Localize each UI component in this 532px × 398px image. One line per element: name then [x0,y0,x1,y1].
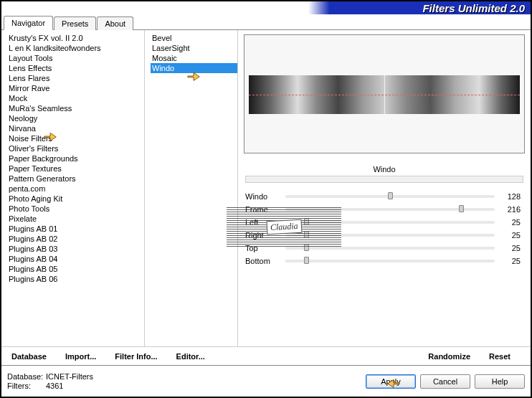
filter-column: BevelLaserSightMosaicWindo [145,30,238,346]
filter-item[interactable]: Bevel [151,33,237,43]
filters-label: Filters: [7,382,46,390]
param-label: Top [245,244,280,252]
parameter-panel: Windo128Frame216Left25Right25Top25Bottom… [244,190,525,267]
slider-thumb[interactable] [304,257,309,264]
category-item[interactable]: Plugins AB 02 [7,234,144,244]
param-slider[interactable] [285,208,495,211]
category-item[interactable]: Mirror Rave [7,83,144,93]
footer: Database:ICNET-Filters Filters:4361 Appl… [1,365,531,397]
titlebar: Filters Unlimited 2.0 [1,1,531,14]
category-item[interactable]: Paper Backgrounds [7,153,144,164]
category-item[interactable]: Plugins AB 04 [7,254,144,264]
category-item[interactable]: Photo Tools [7,204,144,214]
param-label: Frame [245,205,280,214]
progress-bar [245,176,523,183]
database-button[interactable]: Database [7,350,51,363]
param-row: Left25 [244,216,525,229]
import-button[interactable]: Import... [61,350,100,363]
slider-thumb[interactable] [459,205,464,212]
category-item[interactable]: Krusty's FX vol. II 2.0 [7,33,144,43]
filter-list[interactable]: BevelLaserSightMosaicWindo [145,30,237,346]
randomize-button[interactable]: Randomize [424,350,475,363]
tab-navigator[interactable]: Navigator [4,16,53,30]
param-value: 25 [500,257,521,265]
category-item[interactable]: Noise Filters [7,133,144,143]
category-item[interactable]: Plugins AB 05 [7,264,144,274]
filter-title-block: Windo [244,164,525,183]
plugin-window: Filters Unlimited 2.0 NavigatorPresetsAb… [0,0,532,398]
tab-about[interactable]: About [97,16,133,30]
category-list[interactable]: Krusty's FX vol. II 2.0L en K landksiteo… [1,30,144,346]
category-item[interactable]: Photo Aging Kit [7,194,144,204]
editor-button[interactable]: Editor... [172,350,209,363]
filters-value: 4361 [46,382,63,390]
slider-thumb[interactable] [304,244,309,251]
category-item[interactable]: Layout Tools [7,53,144,63]
category-item[interactable]: MuRa's Seamless [7,103,144,113]
selected-filter-name: Windo [245,164,523,176]
param-row: Windo128 [244,190,525,203]
param-label: Bottom [245,257,280,265]
category-item[interactable]: Neology [7,113,144,123]
preview-guide-v [384,75,385,114]
reset-button[interactable]: Reset [485,350,515,363]
param-slider[interactable] [285,260,495,262]
param-value: 25 [500,231,521,240]
filter-item[interactable]: Mosaic [151,53,237,63]
filter-info-button[interactable]: Filter Info... [110,350,161,363]
window-title: Filters Unlimited 2.0 [422,2,525,14]
category-item[interactable]: penta.com [7,184,144,194]
main-area: Krusty's FX vol. II 2.0L en K landksiteo… [1,30,531,346]
db-label: Database: [7,372,46,381]
category-item[interactable]: Nirvana [7,123,144,133]
param-row: Top25 [244,242,525,255]
preview-column: Windo Windo128Frame216Left25Right25Top25… [238,30,531,346]
category-item[interactable]: Pixelate [7,214,144,224]
param-row: Bottom25 [244,255,525,267]
param-value: 128 [500,192,521,201]
param-label: Right [245,231,280,240]
category-item[interactable]: Pattern Generators [7,174,144,184]
category-item[interactable]: Plugins AB 01 [7,224,144,234]
param-label: Windo [245,192,280,201]
param-value: 25 [500,244,521,252]
param-row: Right25 [244,229,525,242]
tab-presets[interactable]: Presets [54,16,96,30]
help-button[interactable]: Help [475,374,525,389]
param-value: 25 [500,218,521,227]
param-slider[interactable] [285,234,495,237]
param-row: Frame216 [244,203,525,216]
category-item[interactable]: Lens Flares [7,73,144,83]
filter-item[interactable]: LaserSight [151,43,237,53]
category-item[interactable]: Lens Effects [7,63,144,73]
param-slider[interactable] [285,247,495,250]
category-item[interactable]: L en K landksiteofwonders [7,43,144,53]
cancel-button[interactable]: Cancel [420,374,470,389]
param-slider[interactable] [285,195,495,198]
category-item[interactable]: Oliver's Filters [7,143,144,153]
param-value: 216 [500,205,521,214]
apply-button[interactable]: Apply [366,374,416,389]
category-item[interactable]: Paper Textures [7,164,144,174]
slider-thumb[interactable] [388,192,393,199]
slider-thumb[interactable] [304,231,309,238]
preview-panel [244,34,525,153]
category-item[interactable]: Plugins AB 06 [7,274,144,284]
db-value: ICNET-Filters [46,372,93,381]
category-column: Krusty's FX vol. II 2.0L en K landksiteo… [1,30,145,346]
tab-bar: NavigatorPresetsAbout [1,14,531,30]
toolbar-row: Database Import... Filter Info... Editor… [1,346,531,365]
category-item[interactable]: Plugins AB 03 [7,244,144,254]
filter-item[interactable]: Windo [151,63,237,73]
category-item[interactable]: Mock [7,93,144,103]
param-slider[interactable] [285,221,495,224]
footer-info: Database:ICNET-Filters Filters:4361 [7,372,93,390]
param-label: Left [245,218,280,227]
slider-thumb[interactable] [304,218,309,225]
